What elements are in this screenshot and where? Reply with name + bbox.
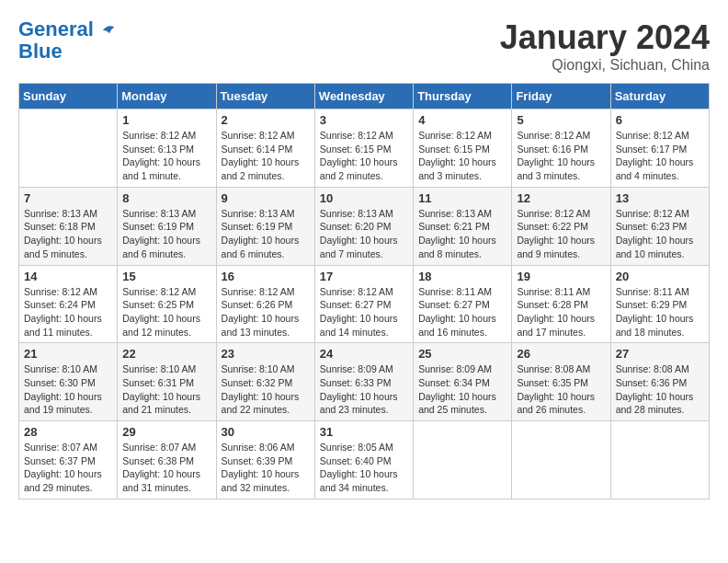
calendar-cell: 23Sunrise: 8:10 AMSunset: 6:32 PMDayligh… [216,343,314,421]
calendar-cell: 21Sunrise: 8:10 AMSunset: 6:30 PMDayligh… [19,343,118,421]
weekday-header: Thursday [414,84,512,109]
logo-text: General [18,18,118,40]
calendar-cell: 12Sunrise: 8:12 AMSunset: 6:22 PMDayligh… [512,187,610,265]
day-info: Sunrise: 8:06 AMSunset: 6:39 PMDaylight:… [222,441,310,495]
calendar-cell: 8Sunrise: 8:13 AMSunset: 6:19 PMDaylight… [118,187,216,265]
calendar-cell: 22Sunrise: 8:10 AMSunset: 6:31 PMDayligh… [118,343,216,421]
day-info: Sunrise: 8:10 AMSunset: 6:31 PMDaylight:… [122,362,210,417]
month-title: January 2024 [500,18,710,57]
calendar-week-row: 7Sunrise: 8:13 AMSunset: 6:18 PMDaylight… [19,187,710,265]
calendar-week-row: 1Sunrise: 8:12 AMSunset: 6:13 PMDaylight… [19,109,710,188]
calendar-cell: 10Sunrise: 8:13 AMSunset: 6:20 PMDayligh… [314,187,413,265]
day-info: Sunrise: 8:09 AMSunset: 6:33 PMDaylight:… [320,362,408,417]
day-number: 16 [222,270,310,283]
day-number: 31 [320,425,408,439]
day-info: Sunrise: 8:12 AMSunset: 6:23 PMDaylight:… [616,207,704,261]
day-info: Sunrise: 8:13 AMSunset: 6:18 PMDaylight:… [24,207,112,261]
day-info: Sunrise: 8:09 AMSunset: 6:34 PMDaylight:… [418,362,506,417]
day-info: Sunrise: 8:08 AMSunset: 6:36 PMDaylight:… [616,362,704,417]
weekday-header: Tuesday [216,84,314,109]
day-number: 12 [517,191,605,205]
calendar-cell: 25Sunrise: 8:09 AMSunset: 6:34 PMDayligh… [414,343,512,421]
calendar-week-row: 28Sunrise: 8:07 AMSunset: 6:37 PMDayligh… [19,421,710,500]
day-info: Sunrise: 8:05 AMSunset: 6:40 PMDaylight:… [320,441,408,495]
day-number: 20 [616,270,704,283]
day-number: 21 [24,347,112,361]
calendar-cell: 15Sunrise: 8:12 AMSunset: 6:25 PMDayligh… [118,265,216,343]
day-number: 23 [222,347,310,361]
calendar-cell: 29Sunrise: 8:07 AMSunset: 6:38 PMDayligh… [118,421,216,500]
day-number: 17 [320,270,408,283]
day-number: 6 [616,113,704,127]
calendar-cell [414,421,512,500]
day-number: 14 [24,270,112,283]
day-number: 10 [320,191,408,205]
weekday-header: Monday [118,84,216,109]
weekday-header: Sunday [19,84,118,109]
calendar-table: SundayMondayTuesdayWednesdayThursdayFrid… [18,83,710,500]
day-info: Sunrise: 8:10 AMSunset: 6:30 PMDaylight:… [24,362,112,417]
day-number: 5 [517,113,605,127]
day-number: 3 [320,113,408,127]
calendar-cell: 3Sunrise: 8:12 AMSunset: 6:15 PMDaylight… [314,109,413,188]
day-info: Sunrise: 8:12 AMSunset: 6:22 PMDaylight:… [517,207,605,261]
calendar-cell: 9Sunrise: 8:13 AMSunset: 6:19 PMDaylight… [216,187,314,265]
title-block: January 2024 Qiongxi, Sichuan, China [500,18,710,74]
calendar-week-row: 14Sunrise: 8:12 AMSunset: 6:24 PMDayligh… [19,265,710,343]
day-info: Sunrise: 8:11 AMSunset: 6:29 PMDaylight:… [616,285,704,339]
day-number: 2 [222,113,310,127]
day-number: 8 [122,191,210,205]
day-number: 29 [122,425,210,439]
weekday-header: Friday [512,84,610,109]
calendar-cell: 11Sunrise: 8:13 AMSunset: 6:21 PMDayligh… [414,187,512,265]
day-number: 7 [24,191,112,205]
day-info: Sunrise: 8:12 AMSunset: 6:27 PMDaylight:… [320,285,408,339]
calendar-cell: 7Sunrise: 8:13 AMSunset: 6:18 PMDaylight… [19,187,118,265]
calendar-cell: 6Sunrise: 8:12 AMSunset: 6:17 PMDaylight… [610,109,709,188]
calendar-cell: 4Sunrise: 8:12 AMSunset: 6:15 PMDaylight… [414,109,512,188]
day-info: Sunrise: 8:11 AMSunset: 6:27 PMDaylight:… [418,285,506,339]
page-container: General Blue January 2024 Qiongxi, Sichu… [18,18,710,500]
location: Qiongxi, Sichuan, China [500,57,710,74]
day-info: Sunrise: 8:13 AMSunset: 6:19 PMDaylight:… [222,207,310,261]
calendar-cell: 5Sunrise: 8:12 AMSunset: 6:16 PMDaylight… [512,109,610,188]
calendar-cell: 19Sunrise: 8:11 AMSunset: 6:28 PMDayligh… [512,265,610,343]
day-number: 13 [616,191,704,205]
day-info: Sunrise: 8:12 AMSunset: 6:24 PMDaylight:… [24,285,112,339]
day-number: 11 [418,191,506,205]
logo-blue: Blue [18,40,63,63]
day-number: 28 [24,425,112,439]
day-info: Sunrise: 8:13 AMSunset: 6:20 PMDaylight:… [320,207,408,261]
day-number: 1 [122,113,210,127]
day-info: Sunrise: 8:12 AMSunset: 6:15 PMDaylight:… [320,129,408,183]
calendar-cell: 2Sunrise: 8:12 AMSunset: 6:14 PMDaylight… [216,109,314,188]
day-number: 9 [222,191,310,205]
calendar-cell: 18Sunrise: 8:11 AMSunset: 6:27 PMDayligh… [414,265,512,343]
day-number: 30 [222,425,310,439]
calendar-cell: 28Sunrise: 8:07 AMSunset: 6:37 PMDayligh… [19,421,118,500]
day-info: Sunrise: 8:07 AMSunset: 6:38 PMDaylight:… [122,441,210,495]
day-info: Sunrise: 8:12 AMSunset: 6:15 PMDaylight:… [418,129,506,183]
day-info: Sunrise: 8:11 AMSunset: 6:28 PMDaylight:… [517,285,605,339]
weekday-header: Wednesday [314,84,413,109]
calendar-cell: 1Sunrise: 8:12 AMSunset: 6:13 PMDaylight… [118,109,216,188]
calendar-cell: 26Sunrise: 8:08 AMSunset: 6:35 PMDayligh… [512,343,610,421]
day-info: Sunrise: 8:12 AMSunset: 6:25 PMDaylight:… [122,285,210,339]
day-info: Sunrise: 8:12 AMSunset: 6:16 PMDaylight:… [517,129,605,183]
day-number: 18 [418,270,506,283]
day-info: Sunrise: 8:13 AMSunset: 6:21 PMDaylight:… [418,207,506,261]
day-info: Sunrise: 8:13 AMSunset: 6:19 PMDaylight:… [122,207,210,261]
header: General Blue January 2024 Qiongxi, Sichu… [18,18,710,74]
day-number: 26 [517,347,605,361]
calendar-cell [19,109,118,188]
calendar-cell: 24Sunrise: 8:09 AMSunset: 6:33 PMDayligh… [314,343,413,421]
calendar-cell: 14Sunrise: 8:12 AMSunset: 6:24 PMDayligh… [19,265,118,343]
logo: General Blue [18,18,118,63]
day-number: 19 [517,270,605,283]
calendar-cell: 17Sunrise: 8:12 AMSunset: 6:27 PMDayligh… [314,265,413,343]
day-info: Sunrise: 8:12 AMSunset: 6:26 PMDaylight:… [222,285,310,339]
calendar-cell [610,421,709,500]
calendar-week-row: 21Sunrise: 8:10 AMSunset: 6:30 PMDayligh… [19,343,710,421]
day-number: 27 [616,347,704,361]
calendar-cell: 27Sunrise: 8:08 AMSunset: 6:36 PMDayligh… [610,343,709,421]
